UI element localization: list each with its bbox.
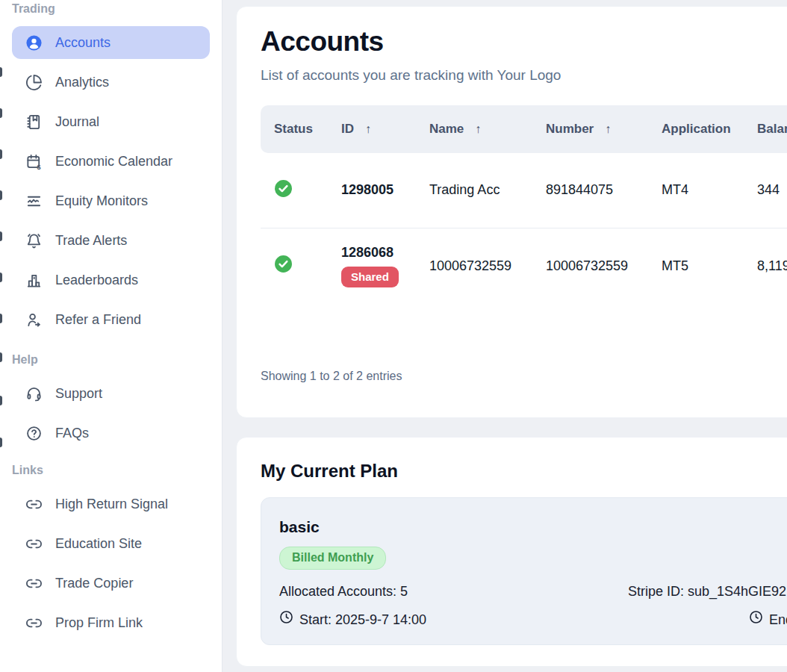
sort-ascending-icon[interactable]: ↑ xyxy=(475,122,481,135)
page-title: Accounts xyxy=(261,26,787,57)
column-header-status: Status xyxy=(261,105,328,153)
sidebar-item-label: FAQs xyxy=(55,426,89,440)
sidebar-item-label: Accounts xyxy=(55,36,111,49)
clipped-edge-mark xyxy=(0,231,2,241)
plan-details-box: basic Billed Monthly Allocated Accounts:… xyxy=(261,497,787,645)
plan-card-title: My Current Plan xyxy=(261,460,787,482)
current-plan-card: My Current Plan basic Billed Monthly All… xyxy=(236,437,787,667)
sidebar-item-education-site[interactable]: Education Site xyxy=(12,527,210,560)
start-date-text: Start: 2025-9-7 14:00 xyxy=(299,611,426,629)
name-cell: Trading Acc xyxy=(416,153,532,228)
section-label-help: Help xyxy=(12,352,222,367)
allocated-accounts-text: Allocated Accounts: 5 xyxy=(279,584,408,599)
clipped-edge-mark xyxy=(0,352,2,362)
clipped-edge-mark xyxy=(0,67,2,77)
pie-chart-icon xyxy=(25,74,43,91)
end-date: End: xyxy=(749,610,787,629)
sidebar-item-label: Trade Copier xyxy=(55,576,133,590)
link-icon xyxy=(25,575,43,592)
sidebar-item-label: Support xyxy=(55,387,102,400)
check-circle-icon xyxy=(274,261,293,276)
sidebar-item-label: Equity Monitors xyxy=(55,194,148,208)
sidebar-item-trade-copier[interactable]: Trade Copier xyxy=(12,567,210,600)
billed-monthly-badge: Billed Monthly xyxy=(279,547,386,570)
balance-cell: 8,119 xyxy=(744,228,787,304)
sidebar-item-label: Analytics xyxy=(55,75,109,89)
sidebar-item-label: Leaderboards xyxy=(55,273,138,287)
end-date-text: End: xyxy=(769,611,787,629)
table-row[interactable]: 1286068 Shared 10006732559 10006732559 M… xyxy=(261,228,787,304)
stripe-id-text: Stripe ID: sub_1S4hGIE92 xyxy=(628,582,786,600)
sidebar-item-faqs[interactable]: FAQs xyxy=(12,417,210,449)
sidebar-item-support[interactable]: Support xyxy=(12,377,210,410)
sidebar: Trading Accounts Analytics xyxy=(0,0,223,672)
id-value: 1286068 xyxy=(341,245,416,261)
table-row[interactable]: 1298005 Trading Acc 891844075 MT4 344 xyxy=(261,153,787,228)
sidebar-item-equity-monitors[interactable]: Equity Monitors xyxy=(12,184,210,217)
podium-icon xyxy=(25,272,43,289)
column-header-name[interactable]: Name↑ xyxy=(416,105,532,153)
calendar-dollar-icon: $ xyxy=(25,153,43,170)
sidebar-item-refer-a-friend[interactable]: Refer a Friend xyxy=(12,303,210,336)
application-cell: MT4 xyxy=(648,153,744,228)
plan-row-accounts: Allocated Accounts: 5 Stripe ID: sub_1S4… xyxy=(279,582,787,600)
sidebar-item-label: Refer a Friend xyxy=(55,313,141,326)
name-cell: 10006732559 xyxy=(416,228,532,304)
section-label-links: Links xyxy=(12,463,222,477)
sidebar-item-label: Education Site xyxy=(55,537,142,550)
status-cell xyxy=(261,228,328,304)
id-cell: 1286068 Shared xyxy=(328,228,416,304)
application-cell: MT5 xyxy=(648,228,744,304)
accounts-table: Status ID↑ Name↑ Number↑ Application Bal… xyxy=(261,105,787,304)
plan-row-dates: Start: 2025-9-7 14:00 End: xyxy=(279,610,787,628)
main-content: Accounts List of accounts you are tracki… xyxy=(223,0,787,672)
user-circle-icon xyxy=(25,34,43,52)
status-cell xyxy=(261,153,328,228)
clock-icon xyxy=(749,610,763,629)
sidebar-item-high-return-signal[interactable]: High Return Signal xyxy=(12,488,210,520)
accounts-card: Accounts List of accounts you are tracki… xyxy=(236,6,787,418)
sidebar-item-trade-alerts[interactable]: Trade Alerts xyxy=(12,224,210,257)
section-label-trading: Trading xyxy=(12,1,222,16)
table-header: Status ID↑ Name↑ Number↑ Application Bal… xyxy=(261,105,787,153)
sort-ascending-icon[interactable]: ↑ xyxy=(605,122,611,135)
equity-wave-icon xyxy=(25,193,43,210)
sidebar-item-economic-calendar[interactable]: $ Economic Calendar xyxy=(12,145,210,178)
user-arrow-icon xyxy=(25,311,43,329)
clipped-edge-mark xyxy=(0,273,2,282)
balance-cell: 344 xyxy=(744,153,787,228)
clipped-edge-mark xyxy=(0,190,2,200)
sidebar-item-journal[interactable]: Journal xyxy=(12,105,210,138)
clipped-edge-mark xyxy=(0,438,2,447)
link-icon xyxy=(25,615,43,632)
check-circle-icon xyxy=(274,186,293,201)
sidebar-item-label: Economic Calendar xyxy=(55,155,172,168)
link-icon xyxy=(25,496,43,513)
column-header-id[interactable]: ID↑ xyxy=(328,105,416,153)
page-subtitle: List of accounts you are tracking with Y… xyxy=(261,67,787,84)
sidebar-item-prop-firm-link[interactable]: Prop Firm Link xyxy=(12,606,210,639)
sidebar-item-accounts[interactable]: Accounts xyxy=(12,26,210,59)
clipped-edge-mark xyxy=(0,314,2,323)
sort-ascending-icon[interactable]: ↑ xyxy=(365,122,371,135)
clipped-edge-mark xyxy=(0,149,2,159)
shared-badge: Shared xyxy=(341,267,399,287)
entries-count: Showing 1 to 2 of 2 entries xyxy=(261,370,787,383)
column-header-application: Application xyxy=(648,105,744,153)
column-header-balance: Balance xyxy=(744,105,787,153)
column-header-number[interactable]: Number↑ xyxy=(532,105,648,153)
svg-text:$: $ xyxy=(37,163,41,169)
sidebar-item-analytics[interactable]: Analytics xyxy=(12,66,210,99)
bell-icon xyxy=(25,232,43,249)
number-cell: 10006732559 xyxy=(532,228,648,304)
journal-icon xyxy=(25,113,43,131)
clipped-edge-mark xyxy=(0,396,2,405)
link-icon xyxy=(25,535,43,553)
clock-icon xyxy=(279,610,293,629)
clipped-edge-mark xyxy=(0,108,2,118)
start-date: Start: 2025-9-7 14:00 xyxy=(279,610,426,629)
sidebar-item-label: Journal xyxy=(55,115,99,128)
number-cell: 891844075 xyxy=(532,153,648,228)
sidebar-item-leaderboards[interactable]: Leaderboards xyxy=(12,264,210,296)
id-cell: 1298005 xyxy=(328,153,416,228)
